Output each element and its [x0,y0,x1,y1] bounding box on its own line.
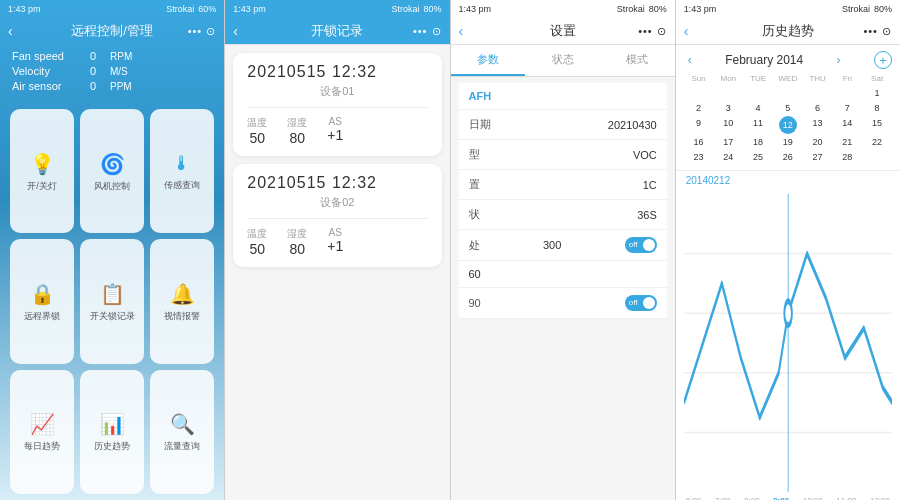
control-btn-8[interactable]: 🔍 流量查询 [150,370,214,494]
cal-day-17[interactable]: 17 [714,135,744,149]
calendar-add-button[interactable]: + [874,51,892,69]
toggle-switch-5[interactable]: off [625,237,657,253]
panel-remote-control: 1:43 pm Strokai 60% ‹ 远程控制/管理 ••• ⊙ Fan … [0,0,225,500]
control-icon-1: 🌀 [100,152,125,176]
panel1-title: 远程控制/管理 [71,22,153,40]
panel-settings: 1:43 pm Strokai 80% ‹ 设置 ••• ⊙ 参数状态模式 AF… [451,0,676,500]
control-icon-4: 📋 [100,282,125,306]
stat-fan-unit: RPM [110,51,132,62]
calendar-grid: SunMonTUEWEDTHUFriSat ------123456789101… [684,73,892,164]
cal-day-24[interactable]: 24 [714,150,744,164]
control-icon-5: 🔔 [170,282,195,306]
control-btn-2[interactable]: 🌡 传感查询 [150,109,214,233]
back-button-2[interactable]: ‹ [233,23,238,39]
cal-day-13[interactable]: 13 [803,116,833,134]
settings-key-4: 状 [469,207,480,222]
settings-key-2: 型 [469,147,480,162]
control-btn-0[interactable]: 💡 开/关灯 [10,109,74,233]
back-button-3[interactable]: ‹ [459,23,464,39]
settings-key-0: AFH [469,90,492,102]
cal-day-empty: - [743,86,773,100]
control-btn-4[interactable]: 📋 开关锁记录 [80,239,144,363]
settings-row-6: 60 [459,261,667,288]
settings-row-2: 型 VOC [459,140,667,170]
cal-day-9[interactable]: 9 [684,116,714,134]
settings-tab-bar: 参数状态模式 [451,45,675,77]
control-btn-1[interactable]: 🌀 风机控制 [80,109,144,233]
more-button-3[interactable]: ••• ⊙ [638,25,667,38]
chart-x-label-0: 6:00 [686,496,702,500]
more-button-2[interactable]: ••• ⊙ [413,25,442,38]
cal-day-1[interactable]: 1 [862,86,892,100]
cal-day-23[interactable]: 23 [684,150,714,164]
cal-day-header-3: WED [773,73,803,84]
battery-4: 80% [874,4,892,14]
cal-day-14[interactable]: 14 [833,116,863,134]
status-bar-3: 1:43 pm Strokai 80% [451,0,675,18]
more-button-1[interactable]: ••• ⊙ [188,25,217,38]
control-btn-5[interactable]: 🔔 视情报警 [150,239,214,363]
cal-day-2[interactable]: 2 [684,101,714,115]
control-btn-3[interactable]: 🔒 远程界锁 [10,239,74,363]
back-button-4[interactable]: ‹ [684,23,689,39]
signal-4: Strokai [842,4,870,14]
stat-velocity-value: 0 [84,65,102,77]
settings-tab-1[interactable]: 状态 [525,45,600,76]
settings-tab-0[interactable]: 参数 [451,45,526,76]
stat-fan-label: Fan speed [12,50,76,62]
panel-history-trend: 1:43 pm Strokai 80% ‹ 历史趋势 ••• ⊙ ‹ Febru… [676,0,900,500]
cal-day-26[interactable]: 26 [773,150,803,164]
cal-day-today[interactable]: 12 [779,116,797,134]
cal-day-25[interactable]: 25 [743,150,773,164]
control-btn-7[interactable]: 📊 历史趋势 [80,370,144,494]
settings-row-5: 处 300 off [459,230,667,261]
cal-day-5[interactable]: 5 [773,101,803,115]
battery-1: 60% [198,4,216,14]
cal-day-15[interactable]: 15 [862,116,892,134]
cal-day-19[interactable]: 19 [773,135,803,149]
cal-day-7[interactable]: 7 [833,101,863,115]
control-icon-8: 🔍 [170,412,195,436]
settings-row-7: 90 off [459,288,667,319]
stat-velocity-unit: M/S [110,66,128,77]
back-button-1[interactable]: ‹ [8,23,13,39]
settings-tab-2[interactable]: 模式 [600,45,675,76]
cal-day-16[interactable]: 16 [684,135,714,149]
trend-date-label: 20140212 [676,171,900,190]
panel4-title: 历史趋势 [762,22,814,40]
metric-item-0-1: 湿度 80 [287,116,307,146]
cal-day-4[interactable]: 4 [743,101,773,115]
stat-velocity: Velocity 0 M/S [12,65,212,77]
record-metrics-0: 温度 50 湿度 80 AS +1 [247,116,427,146]
cal-day-11[interactable]: 11 [743,116,773,134]
cal-day-10[interactable]: 10 [714,116,744,134]
metric-label-0-1: 湿度 [287,116,307,130]
nav-bar-1: ‹ 远程控制/管理 ••• ⊙ [0,18,224,44]
control-icon-7: 📊 [100,412,125,436]
cal-day-18[interactable]: 18 [743,135,773,149]
record-datetime-1: 20210515 12:32 [247,174,427,192]
calendar-days[interactable]: ------1234567891011121314151617181920212… [684,86,892,164]
next-month-button[interactable]: › [833,53,845,67]
cal-day-27[interactable]: 27 [803,150,833,164]
stats-section: Fan speed 0 RPM Velocity 0 M/S Air senso… [0,44,224,103]
record-card-0: 20210515 12:32 设备01 温度 50 湿度 80 AS +1 [233,53,441,156]
cal-day-22[interactable]: 22 [862,135,892,149]
cal-day-21[interactable]: 21 [833,135,863,149]
cal-day-8[interactable]: 8 [862,101,892,115]
metric-value-0-1: 80 [289,130,305,146]
cal-day-6[interactable]: 6 [803,101,833,115]
control-btn-6[interactable]: 📈 每日趋势 [10,370,74,494]
more-button-4[interactable]: ••• ⊙ [863,25,892,38]
stat-air-unit: PPM [110,81,132,92]
cal-day-20[interactable]: 20 [803,135,833,149]
control-label-6: 每日趋势 [24,440,60,453]
cal-day-3[interactable]: 3 [714,101,744,115]
status-bar-4: 1:43 pm Strokai 80% [676,0,900,18]
toggle-switch2-7[interactable]: off [625,295,657,311]
cal-day-28[interactable]: 28 [833,150,863,164]
cal-day-header-4: THU [803,73,833,84]
cal-day-empty: - [862,150,892,164]
prev-month-button[interactable]: ‹ [684,53,696,67]
settings-key-1: 日期 [469,117,491,132]
